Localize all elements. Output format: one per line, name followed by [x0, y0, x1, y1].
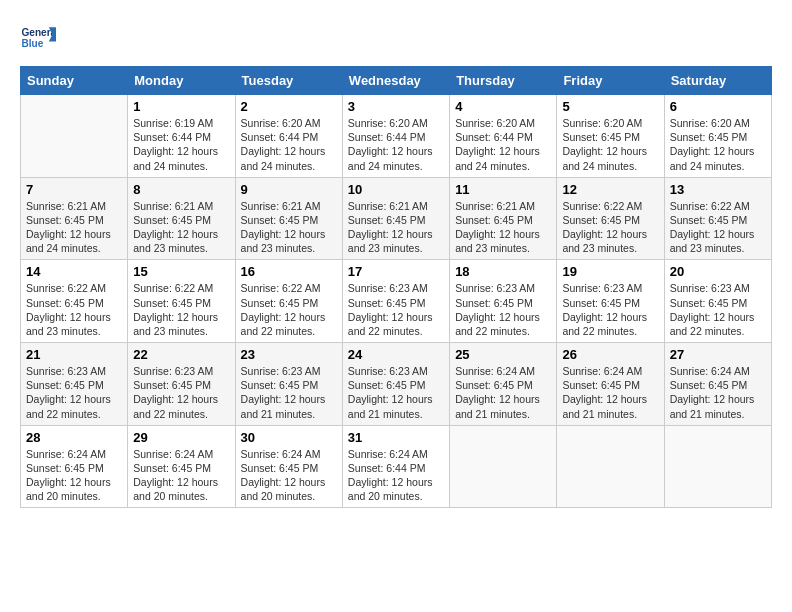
day-info: Sunrise: 6:20 AM Sunset: 6:45 PM Dayligh… [562, 116, 658, 173]
col-header-monday: Monday [128, 67, 235, 95]
day-info: Sunrise: 6:24 AM Sunset: 6:45 PM Dayligh… [133, 447, 229, 504]
day-info: Sunrise: 6:23 AM Sunset: 6:45 PM Dayligh… [455, 281, 551, 338]
calendar-cell: 15Sunrise: 6:22 AM Sunset: 6:45 PM Dayli… [128, 260, 235, 343]
day-number: 6 [670, 99, 766, 114]
day-number: 16 [241, 264, 337, 279]
calendar-cell: 16Sunrise: 6:22 AM Sunset: 6:45 PM Dayli… [235, 260, 342, 343]
logo-icon: General Blue [20, 20, 56, 56]
day-number: 31 [348, 430, 444, 445]
calendar-cell: 18Sunrise: 6:23 AM Sunset: 6:45 PM Dayli… [450, 260, 557, 343]
day-number: 29 [133, 430, 229, 445]
calendar-cell: 21Sunrise: 6:23 AM Sunset: 6:45 PM Dayli… [21, 343, 128, 426]
col-header-sunday: Sunday [21, 67, 128, 95]
day-info: Sunrise: 6:21 AM Sunset: 6:45 PM Dayligh… [26, 199, 122, 256]
day-number: 20 [670, 264, 766, 279]
day-number: 18 [455, 264, 551, 279]
calendar-cell: 1Sunrise: 6:19 AM Sunset: 6:44 PM Daylig… [128, 95, 235, 178]
day-number: 23 [241, 347, 337, 362]
calendar-cell: 27Sunrise: 6:24 AM Sunset: 6:45 PM Dayli… [664, 343, 771, 426]
calendar-header-row: SundayMondayTuesdayWednesdayThursdayFrid… [21, 67, 772, 95]
calendar-cell: 10Sunrise: 6:21 AM Sunset: 6:45 PM Dayli… [342, 177, 449, 260]
day-info: Sunrise: 6:23 AM Sunset: 6:45 PM Dayligh… [348, 364, 444, 421]
calendar-cell: 20Sunrise: 6:23 AM Sunset: 6:45 PM Dayli… [664, 260, 771, 343]
day-info: Sunrise: 6:24 AM Sunset: 6:45 PM Dayligh… [670, 364, 766, 421]
day-info: Sunrise: 6:21 AM Sunset: 6:45 PM Dayligh… [348, 199, 444, 256]
col-header-thursday: Thursday [450, 67, 557, 95]
calendar-cell: 2Sunrise: 6:20 AM Sunset: 6:44 PM Daylig… [235, 95, 342, 178]
calendar-cell: 6Sunrise: 6:20 AM Sunset: 6:45 PM Daylig… [664, 95, 771, 178]
col-header-friday: Friday [557, 67, 664, 95]
day-number: 24 [348, 347, 444, 362]
calendar-cell [450, 425, 557, 508]
day-number: 1 [133, 99, 229, 114]
day-info: Sunrise: 6:22 AM Sunset: 6:45 PM Dayligh… [562, 199, 658, 256]
page-header: General Blue [20, 20, 772, 56]
calendar-cell: 7Sunrise: 6:21 AM Sunset: 6:45 PM Daylig… [21, 177, 128, 260]
day-number: 7 [26, 182, 122, 197]
calendar-cell: 11Sunrise: 6:21 AM Sunset: 6:45 PM Dayli… [450, 177, 557, 260]
calendar-cell [557, 425, 664, 508]
calendar-cell [664, 425, 771, 508]
day-number: 17 [348, 264, 444, 279]
day-info: Sunrise: 6:23 AM Sunset: 6:45 PM Dayligh… [133, 364, 229, 421]
calendar-cell [21, 95, 128, 178]
day-info: Sunrise: 6:21 AM Sunset: 6:45 PM Dayligh… [455, 199, 551, 256]
calendar-cell: 3Sunrise: 6:20 AM Sunset: 6:44 PM Daylig… [342, 95, 449, 178]
day-info: Sunrise: 6:22 AM Sunset: 6:45 PM Dayligh… [241, 281, 337, 338]
day-info: Sunrise: 6:22 AM Sunset: 6:45 PM Dayligh… [26, 281, 122, 338]
day-info: Sunrise: 6:20 AM Sunset: 6:44 PM Dayligh… [241, 116, 337, 173]
day-info: Sunrise: 6:20 AM Sunset: 6:45 PM Dayligh… [670, 116, 766, 173]
day-number: 15 [133, 264, 229, 279]
day-number: 2 [241, 99, 337, 114]
week-row-5: 28Sunrise: 6:24 AM Sunset: 6:45 PM Dayli… [21, 425, 772, 508]
day-info: Sunrise: 6:23 AM Sunset: 6:45 PM Dayligh… [241, 364, 337, 421]
day-number: 3 [348, 99, 444, 114]
calendar-cell: 14Sunrise: 6:22 AM Sunset: 6:45 PM Dayli… [21, 260, 128, 343]
col-header-wednesday: Wednesday [342, 67, 449, 95]
day-number: 10 [348, 182, 444, 197]
day-number: 8 [133, 182, 229, 197]
calendar-cell: 17Sunrise: 6:23 AM Sunset: 6:45 PM Dayli… [342, 260, 449, 343]
day-info: Sunrise: 6:24 AM Sunset: 6:45 PM Dayligh… [562, 364, 658, 421]
day-info: Sunrise: 6:20 AM Sunset: 6:44 PM Dayligh… [348, 116, 444, 173]
calendar-cell: 23Sunrise: 6:23 AM Sunset: 6:45 PM Dayli… [235, 343, 342, 426]
day-info: Sunrise: 6:23 AM Sunset: 6:45 PM Dayligh… [562, 281, 658, 338]
day-number: 30 [241, 430, 337, 445]
day-info: Sunrise: 6:24 AM Sunset: 6:45 PM Dayligh… [26, 447, 122, 504]
day-number: 28 [26, 430, 122, 445]
day-number: 13 [670, 182, 766, 197]
calendar-cell: 5Sunrise: 6:20 AM Sunset: 6:45 PM Daylig… [557, 95, 664, 178]
logo: General Blue [20, 20, 56, 56]
day-info: Sunrise: 6:23 AM Sunset: 6:45 PM Dayligh… [26, 364, 122, 421]
calendar-body: 1Sunrise: 6:19 AM Sunset: 6:44 PM Daylig… [21, 95, 772, 508]
calendar-cell: 4Sunrise: 6:20 AM Sunset: 6:44 PM Daylig… [450, 95, 557, 178]
day-info: Sunrise: 6:21 AM Sunset: 6:45 PM Dayligh… [241, 199, 337, 256]
day-info: Sunrise: 6:22 AM Sunset: 6:45 PM Dayligh… [670, 199, 766, 256]
calendar-cell: 24Sunrise: 6:23 AM Sunset: 6:45 PM Dayli… [342, 343, 449, 426]
day-info: Sunrise: 6:23 AM Sunset: 6:45 PM Dayligh… [348, 281, 444, 338]
day-number: 9 [241, 182, 337, 197]
day-info: Sunrise: 6:19 AM Sunset: 6:44 PM Dayligh… [133, 116, 229, 173]
col-header-saturday: Saturday [664, 67, 771, 95]
calendar-cell: 25Sunrise: 6:24 AM Sunset: 6:45 PM Dayli… [450, 343, 557, 426]
day-info: Sunrise: 6:20 AM Sunset: 6:44 PM Dayligh… [455, 116, 551, 173]
svg-text:Blue: Blue [21, 38, 43, 49]
week-row-4: 21Sunrise: 6:23 AM Sunset: 6:45 PM Dayli… [21, 343, 772, 426]
day-info: Sunrise: 6:22 AM Sunset: 6:45 PM Dayligh… [133, 281, 229, 338]
col-header-tuesday: Tuesday [235, 67, 342, 95]
day-info: Sunrise: 6:24 AM Sunset: 6:45 PM Dayligh… [455, 364, 551, 421]
day-info: Sunrise: 6:21 AM Sunset: 6:45 PM Dayligh… [133, 199, 229, 256]
calendar-table: SundayMondayTuesdayWednesdayThursdayFrid… [20, 66, 772, 508]
calendar-cell: 30Sunrise: 6:24 AM Sunset: 6:45 PM Dayli… [235, 425, 342, 508]
day-number: 27 [670, 347, 766, 362]
week-row-1: 1Sunrise: 6:19 AM Sunset: 6:44 PM Daylig… [21, 95, 772, 178]
week-row-2: 7Sunrise: 6:21 AM Sunset: 6:45 PM Daylig… [21, 177, 772, 260]
calendar-cell: 12Sunrise: 6:22 AM Sunset: 6:45 PM Dayli… [557, 177, 664, 260]
day-number: 22 [133, 347, 229, 362]
day-number: 25 [455, 347, 551, 362]
day-info: Sunrise: 6:24 AM Sunset: 6:44 PM Dayligh… [348, 447, 444, 504]
day-number: 14 [26, 264, 122, 279]
day-number: 5 [562, 99, 658, 114]
day-number: 26 [562, 347, 658, 362]
day-info: Sunrise: 6:24 AM Sunset: 6:45 PM Dayligh… [241, 447, 337, 504]
